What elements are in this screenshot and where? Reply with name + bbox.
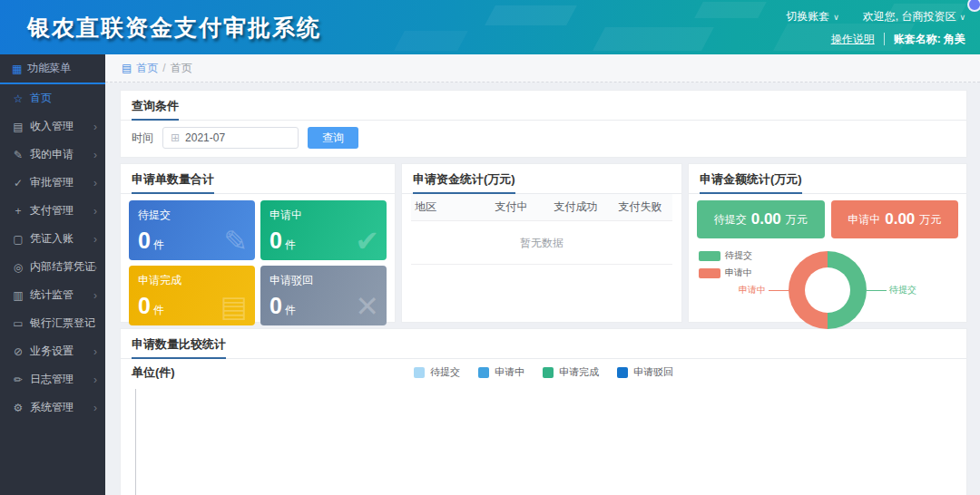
calendar-icon: ⊞ — [171, 131, 180, 144]
column-header-failed: 支付失败 — [608, 199, 672, 215]
legend-swatch-darkblue — [617, 367, 628, 378]
sidebar-item-internal-settlement[interactable]: ◎ 内部结算凭证 › — [0, 253, 105, 281]
card-icon: ▭ — [12, 317, 24, 330]
target-icon: ◎ — [12, 261, 24, 274]
query-panel: 查询条件 时间 ⊞ 2021-07 查询 — [120, 90, 967, 158]
chevron-right-icon: › — [93, 177, 97, 189]
sidebar-item-payment[interactable]: + 支付管理 › — [0, 197, 105, 225]
welcome-user-dropdown[interactable]: 欢迎您, 台商投资区∨ — [863, 9, 965, 24]
divider — [884, 33, 885, 45]
app-header: 银农直联资金支付审批系统 切换账套∨ 欢迎您, 台商投资区∨ 操作说明 账套名称… — [0, 0, 980, 54]
plus-move-icon: + — [12, 205, 24, 218]
stat-card-rejected[interactable]: 申请驳回 0件 ✕ — [260, 266, 387, 325]
chevron-right-icon: › — [93, 289, 97, 302]
chevron-right-icon: › — [93, 149, 97, 161]
grid-menu-icon: ▦ — [12, 63, 22, 75]
funds-table-header: 地区 支付中 支付成功 支付失败 — [411, 194, 672, 221]
chevron-right-icon: › — [93, 402, 97, 414]
check-icon: ✓ — [12, 177, 24, 189]
sidebar-section-header: ▦ 功能菜单 — [0, 54, 105, 84]
breadcrumb-home-link[interactable]: 首页 — [136, 61, 158, 76]
breadcrumb-separator: / — [162, 62, 165, 74]
header-decoration — [394, 31, 468, 51]
briefcase-icon: ▢ — [12, 233, 24, 246]
funds-panel-title: 申请资金统计(万元) — [402, 164, 681, 194]
funds-statistics-panel: 申请资金统计(万元) 地区 支付中 支付成功 支付失败 暂无数据 — [401, 163, 682, 323]
amount-button-in-progress[interactable]: 申请中 0.00 万元 — [831, 200, 959, 238]
chart-legend-completed[interactable]: 申请完成 — [543, 365, 599, 379]
donut-label-pending-submit: 待提交 — [889, 284, 916, 296]
chevron-right-icon: › — [93, 121, 97, 133]
bar-chart-icon: ▥ — [12, 289, 24, 302]
sidebar-item-voucher-entry[interactable]: ▢ 凭证入账 › — [0, 225, 105, 253]
legend-swatch-green — [543, 367, 554, 378]
chevron-right-icon: › — [93, 345, 97, 358]
document-icon: ▤ — [12, 121, 24, 133]
sidebar-item-income[interactable]: ▤ 收入管理 › — [0, 112, 105, 141]
stat-card-in-progress[interactable]: 申请中 0件 ✔ — [260, 200, 387, 260]
bar-chart-plot-area-empty — [135, 389, 956, 495]
header-decoration — [694, 2, 767, 18]
search-button[interactable]: 查询 — [308, 127, 358, 149]
chart-legend-rejected[interactable]: 申请驳回 — [617, 365, 673, 379]
comparison-chart-panel: 申请数量比较统计 单位(件) 待提交 申请中 — [120, 328, 967, 495]
breadcrumb: ▤ 首页 / 首页 — [105, 54, 980, 82]
counts-panel-title: 申请单数量合计 — [121, 164, 395, 194]
list-check-icon: ✔ — [355, 224, 379, 258]
edit-note-icon: ✏ — [12, 374, 24, 386]
chart-legend-in-progress[interactable]: 申请中 — [478, 365, 524, 379]
time-label: 时间 — [132, 131, 153, 146]
time-picker-value: 2021-07 — [185, 131, 225, 144]
chevron-right-icon: › — [93, 205, 97, 218]
chevron-right-icon: › — [93, 374, 97, 386]
app-title: 银农直联资金支付审批系统 — [27, 13, 321, 43]
time-picker-input[interactable]: ⊞ 2021-07 — [162, 127, 299, 149]
header-decoration — [593, 27, 714, 51]
chart-legend-pending-submit[interactable]: 待提交 — [414, 365, 460, 379]
sidebar-item-system-management[interactable]: ⚙ 系统管理 › — [0, 393, 105, 422]
sidebar-item-home[interactable]: ☆ 首页 — [0, 84, 105, 112]
gear-icon: ⚙ — [12, 402, 24, 414]
header-decoration — [485, 5, 577, 25]
edit-document-icon: ✎ — [223, 224, 248, 258]
chevron-right-icon: › — [93, 261, 97, 274]
application-counts-panel: 申请单数量合计 待提交 0件 ✎ 申请中 0件 ✔ — [120, 163, 396, 323]
sidebar: ▦ 功能菜单 ☆ 首页 ▤ 收入管理 › ✎ 我的申请 › ✓ 审批管理 › +… — [0, 54, 105, 495]
document-icon: ▤ — [122, 62, 132, 74]
legend-swatch-lightblue — [414, 367, 425, 378]
sidebar-item-business-settings[interactable]: ⊘ 业务设置 › — [0, 337, 105, 365]
breadcrumb-current: 首页 — [171, 61, 192, 76]
stat-card-completed[interactable]: 申请完成 0件 ▤ — [129, 266, 255, 325]
stat-card-pending-submit[interactable]: 待提交 0件 ✎ — [129, 200, 255, 260]
home-star-icon: ☆ — [12, 92, 24, 105]
chevron-right-icon: › — [93, 233, 97, 246]
chevron-down-icon: ∨ — [833, 13, 839, 22]
legend-swatch-blue — [478, 367, 489, 378]
donut-chart-zone: 待提交 申请中 申请中 — [697, 246, 958, 340]
leader-line — [867, 290, 887, 291]
paperclip-icon: ⊘ — [12, 345, 24, 358]
sidebar-item-statistics[interactable]: ▥ 统计监管 › — [0, 281, 105, 309]
floating-widget-dot[interactable] — [967, 0, 980, 12]
document-icon: ▤ — [220, 289, 248, 324]
column-header-success: 支付成功 — [544, 199, 608, 215]
sidebar-item-bank-draft[interactable]: ▭ 银行汇票登记 — [0, 309, 105, 337]
amount-button-pending-submit[interactable]: 待提交 0.00 万元 — [697, 200, 825, 238]
app-window: 银农直联资金支付审批系统 切换账套∨ 欢迎您, 台商投资区∨ 操作说明 账套名称… — [0, 0, 980, 495]
donut-chart — [789, 251, 867, 329]
amounts-statistics-panel: 申请金额统计(万元) 待提交 0.00 万元 申请中 0.00 — [688, 163, 967, 323]
leader-line — [769, 290, 789, 291]
sidebar-item-log-management[interactable]: ✏ 日志管理 › — [0, 365, 105, 393]
column-header-paying: 支付中 — [479, 199, 544, 215]
column-header-region: 地区 — [411, 199, 479, 215]
amounts-panel-title: 申请金额统计(万元) — [689, 164, 966, 194]
document-reject-icon: ✕ — [355, 289, 379, 324]
chevron-down-icon: ∨ — [959, 13, 965, 22]
sidebar-item-approval[interactable]: ✓ 审批管理 › — [0, 169, 105, 197]
account-name-label: 账套名称: 角美 — [894, 32, 965, 47]
pencil-icon: ✎ — [12, 149, 24, 161]
help-link[interactable]: 操作说明 — [831, 32, 875, 47]
main-area: ▤ 首页 / 首页 查询条件 时间 ⊞ 2021-07 查询 — [105, 54, 980, 495]
switch-account-dropdown[interactable]: 切换账套∨ — [786, 9, 839, 24]
sidebar-item-my-applications[interactable]: ✎ 我的申请 › — [0, 141, 105, 169]
